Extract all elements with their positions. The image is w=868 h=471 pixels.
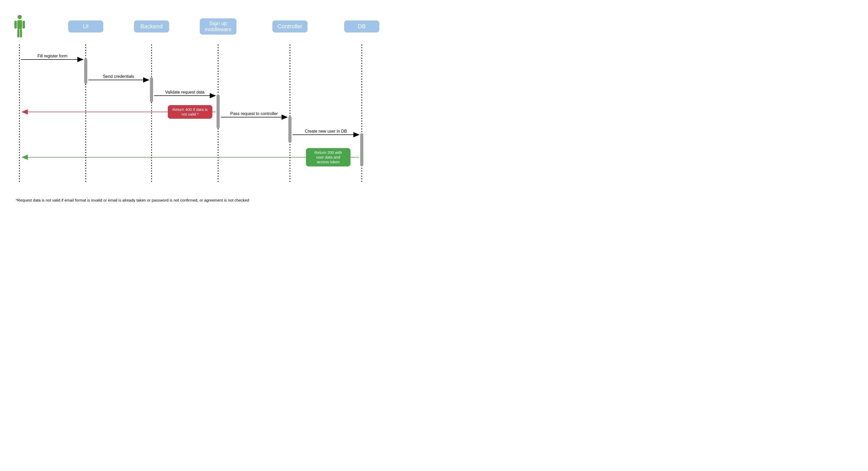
label-fill-register-form: Fill register form: [37, 54, 68, 58]
label-send-credentials: Send credentials: [103, 74, 134, 79]
participant-ui-label: UI: [83, 23, 89, 30]
participant-controller-label: Controller: [277, 23, 302, 30]
person-icon: [14, 14, 25, 38]
label-pass-request: Pass request to controller: [230, 112, 278, 116]
participant-backend: Backend: [134, 21, 169, 32]
activation-backend: [150, 77, 153, 102]
activation-ui: [84, 58, 87, 84]
activation-db: [360, 133, 363, 166]
participant-ui: UI: [68, 21, 103, 32]
svg-rect-5: [20, 29, 22, 37]
participant-db-label: DB: [358, 23, 366, 30]
svg-rect-1: [17, 20, 22, 29]
footnote: *Request data is not valid if email form…: [16, 198, 249, 202]
sequence-diagram: UI Backend Sign up middleware Controller…: [0, 0, 393, 213]
participant-backend-label: Backend: [140, 23, 163, 30]
activation-controller: [288, 116, 291, 143]
user-actor-icon: [14, 14, 25, 39]
participant-middleware-label: Sign up middleware: [205, 21, 231, 32]
activation-middleware: [217, 94, 220, 128]
svg-rect-2: [14, 21, 17, 29]
pill-return-400: Return 400 if data is not valid *: [168, 105, 212, 119]
svg-rect-3: [23, 21, 25, 29]
svg-rect-4: [17, 29, 20, 37]
participant-db: DB: [344, 21, 379, 32]
participant-middleware: Sign up middleware: [200, 18, 237, 35]
participant-controller: Controller: [272, 21, 308, 32]
pill-return-200: Return 200 with user data and access tok…: [306, 148, 350, 166]
label-validate-request: Validate request data: [165, 90, 205, 95]
label-create-new-user: Create new user in DB: [305, 129, 347, 134]
svg-point-0: [18, 15, 22, 19]
